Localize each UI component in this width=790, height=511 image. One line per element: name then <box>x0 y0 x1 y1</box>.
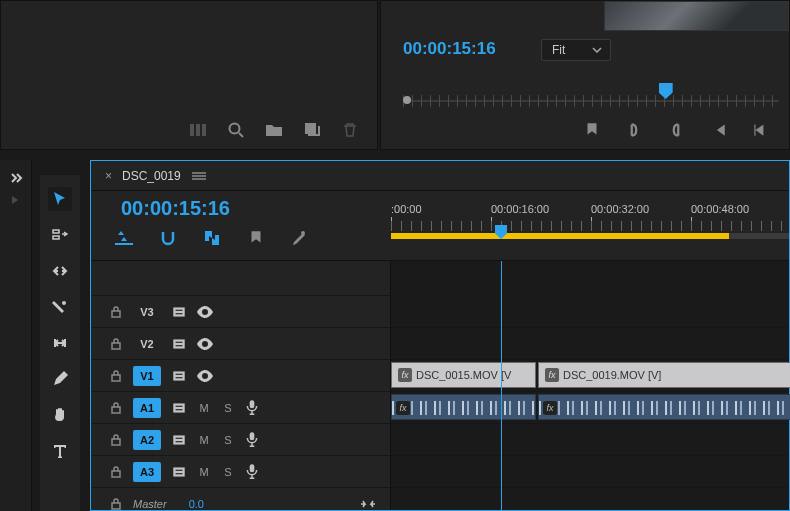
svg-rect-11 <box>176 313 183 314</box>
lock-icon[interactable] <box>109 305 123 319</box>
track-header-a2[interactable]: A2 M S <box>91 424 390 456</box>
toggle-output-icon[interactable] <box>197 370 213 382</box>
toggle-output-icon[interactable] <box>197 338 213 350</box>
lock-icon[interactable] <box>109 465 123 479</box>
linked-selection-icon[interactable] <box>203 229 221 247</box>
monitor-preview <box>604 1 789 31</box>
mark-in-icon[interactable] <box>625 121 643 139</box>
pen-tool[interactable] <box>48 367 72 391</box>
collapsed-panel-icon[interactable] <box>9 194 23 206</box>
nest-toggle-icon[interactable] <box>115 229 133 247</box>
work-area-bar[interactable] <box>391 233 729 239</box>
track-header-master[interactable]: Master 0.0 <box>91 488 390 511</box>
sequence-tab[interactable]: DSC_0019 <box>122 169 181 183</box>
track-row-v1[interactable]: fx DSC_0015.MOV [V fx DSC_0019.MOV [V] <box>391 360 789 392</box>
track-header-v2[interactable]: V2 <box>91 328 390 360</box>
slip-tool[interactable] <box>48 331 72 355</box>
project-panel <box>0 0 378 150</box>
track-header-a3[interactable]: A3 M S <box>91 456 390 488</box>
lock-icon[interactable] <box>109 433 123 447</box>
track-select-tool[interactable] <box>48 223 72 247</box>
mark-out-icon[interactable] <box>667 121 685 139</box>
sync-lock-icon[interactable] <box>171 368 187 384</box>
time-ruler[interactable]: :00:00 00:00:16:00 00:00:32:00 00:00:48:… <box>391 203 789 251</box>
close-tab-icon[interactable]: × <box>105 169 112 183</box>
sync-lock-icon[interactable] <box>171 400 187 416</box>
track-label[interactable]: A2 <box>133 430 161 450</box>
track-label[interactable]: A1 <box>133 398 161 418</box>
voiceover-icon[interactable] <box>245 463 259 479</box>
ripple-edit-tool[interactable] <box>48 259 72 283</box>
track-label[interactable]: V2 <box>133 334 161 354</box>
fx-badge-icon[interactable]: fx <box>543 401 557 415</box>
sync-lock-icon[interactable] <box>171 336 187 352</box>
toggle-output-icon[interactable] <box>197 306 213 318</box>
trash-icon[interactable] <box>341 121 359 139</box>
monitor-scrub-bar[interactable] <box>403 91 779 109</box>
fx-badge-icon[interactable]: fx <box>398 368 412 382</box>
track-row-v3[interactable] <box>391 296 789 328</box>
mute-toggle[interactable]: M <box>197 466 211 478</box>
solo-toggle[interactable]: S <box>221 402 235 414</box>
track-row-a2[interactable] <box>391 424 789 456</box>
track-row-a1[interactable]: fx fx <box>391 392 789 424</box>
lock-icon[interactable] <box>109 401 123 415</box>
type-tool[interactable] <box>48 439 72 463</box>
solo-toggle[interactable]: S <box>221 434 235 446</box>
svg-rect-15 <box>176 345 183 346</box>
svg-rect-19 <box>176 377 183 378</box>
track-header-v1[interactable]: V1 <box>91 360 390 392</box>
snap-toggle-icon[interactable] <box>159 229 177 247</box>
goto-in-icon[interactable] <box>709 121 727 139</box>
zoom-select[interactable]: Fit <box>541 39 611 61</box>
track-header-a1[interactable]: A1 M S <box>91 392 390 424</box>
sync-lock-icon[interactable] <box>171 304 187 320</box>
track-row-a3[interactable] <box>391 456 789 488</box>
track-label[interactable]: V1 <box>133 366 161 386</box>
step-back-icon[interactable] <box>751 121 769 139</box>
lock-icon[interactable] <box>109 337 123 351</box>
search-icon[interactable] <box>227 121 245 139</box>
master-gain[interactable]: 0.0 <box>189 498 204 510</box>
monitor-timecode[interactable]: 00:00:15:16 <box>403 39 496 59</box>
audio-clip[interactable]: fx <box>538 394 790 420</box>
zoom-scroll-bar[interactable] <box>729 233 789 239</box>
fx-badge-icon[interactable]: fx <box>545 368 559 382</box>
selection-tool[interactable] <box>48 187 72 211</box>
list-view-icon[interactable] <box>189 121 207 139</box>
master-output-icon[interactable] <box>360 498 376 510</box>
track-content[interactable]: fx DSC_0015.MOV [V fx DSC_0019.MOV [V] f… <box>391 261 789 510</box>
voiceover-icon[interactable] <box>245 431 259 447</box>
timeline-settings-icon[interactable] <box>291 229 309 247</box>
lock-icon[interactable] <box>109 369 123 383</box>
fx-badge-icon[interactable]: fx <box>396 401 410 415</box>
expand-panel-icon[interactable] <box>9 172 23 184</box>
new-item-icon[interactable] <box>303 121 321 139</box>
video-clip[interactable]: fx DSC_0019.MOV [V] <box>538 362 790 388</box>
audio-clip[interactable]: fx <box>391 394 536 420</box>
track-header-v3[interactable]: V3 <box>91 296 390 328</box>
add-marker-icon[interactable] <box>583 121 601 139</box>
sync-lock-icon[interactable] <box>171 432 187 448</box>
add-marker-icon[interactable] <box>247 229 265 247</box>
hand-tool[interactable] <box>48 403 72 427</box>
track-row-master[interactable] <box>391 488 789 511</box>
svg-rect-14 <box>176 341 183 342</box>
new-bin-icon[interactable] <box>265 121 283 139</box>
track-label[interactable]: A3 <box>133 462 161 482</box>
lock-icon[interactable] <box>109 497 123 511</box>
solo-toggle[interactable]: S <box>221 466 235 478</box>
sync-lock-icon[interactable] <box>171 464 187 480</box>
voiceover-icon[interactable] <box>245 399 259 415</box>
mute-toggle[interactable]: M <box>197 402 211 414</box>
panel-menu-icon[interactable] <box>191 171 207 181</box>
track-row-v2[interactable] <box>391 328 789 360</box>
mute-toggle[interactable]: M <box>197 434 211 446</box>
track-label[interactable]: V3 <box>133 302 161 322</box>
video-clip[interactable]: fx DSC_0015.MOV [V <box>391 362 536 388</box>
playhead-line[interactable] <box>501 261 502 510</box>
svg-rect-0 <box>190 124 194 136</box>
timeline-timecode[interactable]: 00:00:15:16 <box>121 197 230 220</box>
razor-tool[interactable] <box>48 295 72 319</box>
master-label: Master <box>133 498 167 510</box>
